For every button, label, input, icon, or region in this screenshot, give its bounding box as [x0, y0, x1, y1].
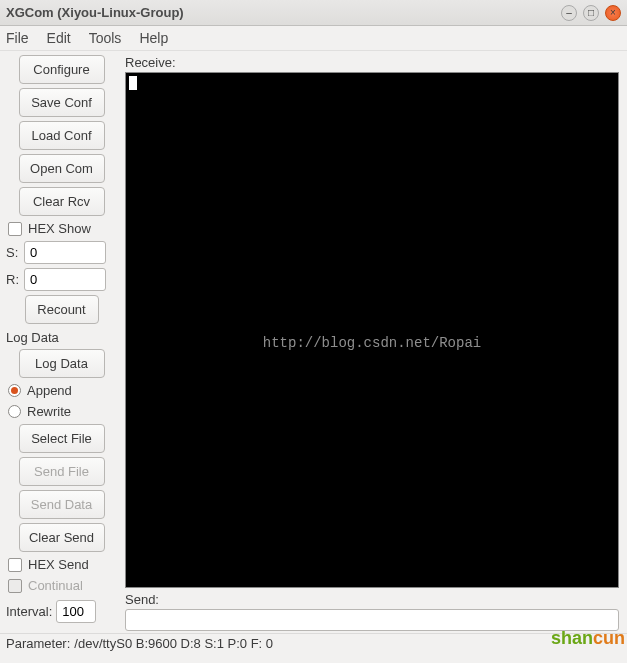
- append-row[interactable]: Append: [6, 382, 117, 399]
- send-area: Send:: [125, 592, 619, 631]
- watermark-text: http://blog.csdn.net/Ropai: [126, 335, 618, 351]
- client-area: Configure Save Conf Load Conf Open Com C…: [0, 51, 627, 633]
- load-conf-button[interactable]: Load Conf: [19, 121, 105, 150]
- r-counter-row: R:: [6, 268, 117, 291]
- hex-send-checkbox[interactable]: [8, 558, 22, 572]
- receive-label: Receive:: [125, 55, 619, 70]
- r-counter-input[interactable]: [24, 268, 106, 291]
- status-value: /dev/ttyS0 B:9600 D:8 S:1 P:0 F: 0: [74, 636, 273, 651]
- main-area: Receive: http://blog.csdn.net/Ropai Send…: [123, 51, 627, 633]
- menubar: File Edit Tools Help: [0, 26, 627, 51]
- hex-show-checkbox[interactable]: [8, 222, 22, 236]
- s-counter-input[interactable]: [24, 241, 106, 264]
- s-label: S:: [6, 245, 20, 260]
- send-file-button: Send File: [19, 457, 105, 486]
- send-label: Send:: [125, 592, 619, 607]
- log-data-section-label: Log Data: [6, 328, 117, 345]
- clear-send-button[interactable]: Clear Send: [19, 523, 105, 552]
- hex-show-row[interactable]: HEX Show: [6, 220, 117, 237]
- hex-send-label: HEX Send: [28, 557, 89, 572]
- menu-help[interactable]: Help: [139, 30, 168, 46]
- interval-label: Interval:: [6, 604, 52, 619]
- continual-label: Continual: [28, 578, 83, 593]
- rewrite-label: Rewrite: [27, 404, 71, 419]
- append-radio[interactable]: [8, 384, 21, 397]
- save-conf-button[interactable]: Save Conf: [19, 88, 105, 117]
- append-label: Append: [27, 383, 72, 398]
- hex-show-label: HEX Show: [28, 221, 91, 236]
- select-file-button[interactable]: Select File: [19, 424, 105, 453]
- recount-button[interactable]: Recount: [25, 295, 99, 324]
- send-input[interactable]: [125, 609, 619, 631]
- rewrite-radio[interactable]: [8, 405, 21, 418]
- configure-button[interactable]: Configure: [19, 55, 105, 84]
- titlebar: XGCom (Xiyou-Linux-Group) – □ ×: [0, 0, 627, 26]
- statusbar: Parameter: /dev/ttyS0 B:9600 D:8 S:1 P:0…: [0, 633, 627, 653]
- send-data-button: Send Data: [19, 490, 105, 519]
- continual-checkbox: [8, 579, 22, 593]
- r-label: R:: [6, 272, 20, 287]
- menu-file[interactable]: File: [6, 30, 29, 46]
- hex-send-row[interactable]: HEX Send: [6, 556, 117, 573]
- clear-rcv-button[interactable]: Clear Rcv: [19, 187, 105, 216]
- maximize-button[interactable]: □: [583, 5, 599, 21]
- interval-row: Interval:: [6, 600, 117, 623]
- window-controls: – □ ×: [561, 5, 621, 21]
- minimize-button[interactable]: –: [561, 5, 577, 21]
- terminal-cursor: [129, 76, 137, 90]
- menu-edit[interactable]: Edit: [47, 30, 71, 46]
- corner-watermark: shancun: [551, 628, 625, 649]
- s-counter-row: S:: [6, 241, 117, 264]
- interval-input[interactable]: [56, 600, 96, 623]
- rewrite-row[interactable]: Rewrite: [6, 403, 117, 420]
- receive-terminal[interactable]: http://blog.csdn.net/Ropai: [125, 72, 619, 588]
- continual-row: Continual: [6, 577, 117, 594]
- close-button[interactable]: ×: [605, 5, 621, 21]
- sidebar: Configure Save Conf Load Conf Open Com C…: [0, 51, 123, 633]
- status-label: Parameter:: [6, 636, 70, 651]
- menu-tools[interactable]: Tools: [89, 30, 122, 46]
- open-com-button[interactable]: Open Com: [19, 154, 105, 183]
- log-data-button[interactable]: Log Data: [19, 349, 105, 378]
- window-title: XGCom (Xiyou-Linux-Group): [6, 5, 561, 20]
